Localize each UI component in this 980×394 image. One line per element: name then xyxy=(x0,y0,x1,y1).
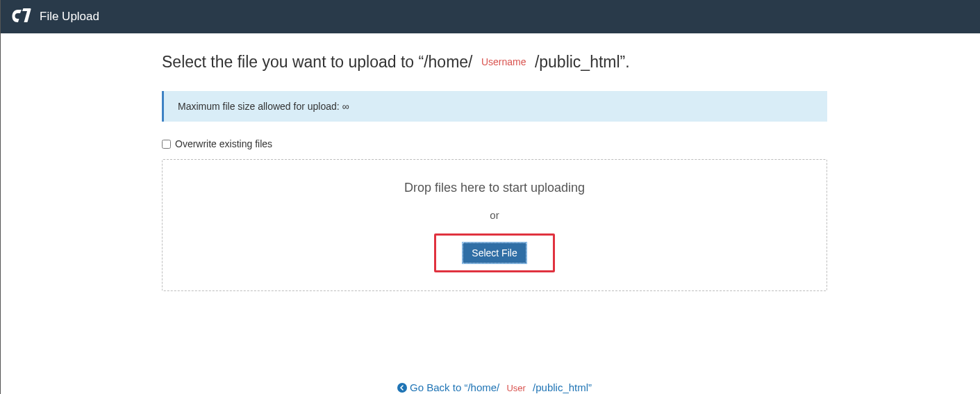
go-back-user-placeholder: User xyxy=(502,383,529,393)
go-back-suffix: /public_html” xyxy=(533,381,592,393)
heading-suffix: /public_html”. xyxy=(535,53,630,71)
dropzone-text: Drop files here to start uploading xyxy=(176,181,813,195)
file-dropzone[interactable]: Drop files here to start uploading or Se… xyxy=(162,159,827,291)
notice-text: Maximum file size allowed for upload: ∞ xyxy=(178,101,349,112)
page-heading: Select the file you want to upload to “/… xyxy=(162,53,827,72)
heading-prefix: Select the file you want to upload to “/… xyxy=(162,53,473,71)
cpanel-logo-icon xyxy=(12,8,31,26)
go-back-link-suffix[interactable]: /public_html” xyxy=(533,381,592,393)
overwrite-checkbox[interactable] xyxy=(162,140,171,149)
go-back-prefix: Go Back to “/home/ xyxy=(410,381,499,393)
max-filesize-notice: Maximum file size allowed for upload: ∞ xyxy=(162,91,827,122)
header-title: File Upload xyxy=(40,10,99,24)
go-back-link[interactable]: Go Back to “/home/ xyxy=(397,381,503,393)
main-content: Select the file you want to upload to “/… xyxy=(1,33,980,393)
select-file-button[interactable]: Select File xyxy=(463,243,526,263)
username-placeholder: Username xyxy=(477,56,531,67)
arrow-left-icon xyxy=(397,383,407,393)
app-header: File Upload xyxy=(1,0,980,33)
go-back-row: Go Back to “/home/ User /public_html” xyxy=(162,381,827,393)
header-logo-group: File Upload xyxy=(12,8,99,26)
overwrite-row[interactable]: Overwrite existing files xyxy=(162,138,827,149)
dropzone-or: or xyxy=(176,209,813,221)
overwrite-label: Overwrite existing files xyxy=(175,138,272,149)
select-file-highlight: Select File xyxy=(434,233,554,272)
